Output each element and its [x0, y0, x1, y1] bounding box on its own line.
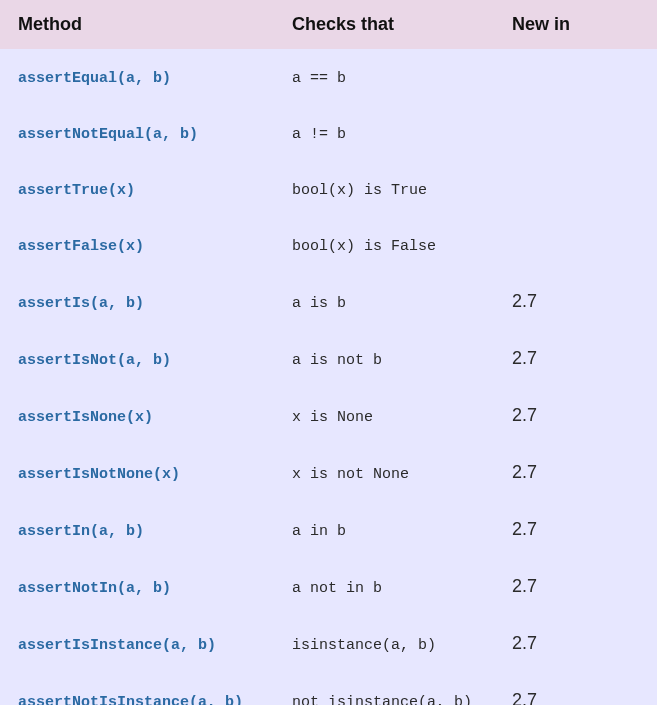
newin-text: 2.7	[512, 576, 537, 596]
method-link[interactable]: assertNotEqual(a, b)	[18, 126, 198, 143]
newin-text: 2.7	[512, 690, 537, 705]
checks-text: bool(x) is True	[292, 182, 427, 199]
table-row: assertIsNotNone(x)x is not None2.7	[0, 444, 657, 501]
checks-text: a != b	[292, 126, 346, 143]
newin-text: 2.7	[512, 348, 537, 368]
checks-text: a is b	[292, 295, 346, 312]
method-link[interactable]: assertTrue(x)	[18, 182, 135, 199]
table-row: assertIs(a, b)a is b2.7	[0, 273, 657, 330]
checks-text: x is not None	[292, 466, 409, 483]
newin-text: 2.7	[512, 633, 537, 653]
method-link[interactable]: assertIs(a, b)	[18, 295, 144, 312]
checks-text: a in b	[292, 523, 346, 540]
table-row: assertFalse(x)bool(x) is False	[0, 217, 657, 273]
checks-text: isinstance(a, b)	[292, 637, 436, 654]
newin-text: 2.7	[512, 519, 537, 539]
table-row: assertNotIsInstance(a, b)not isinstance(…	[0, 672, 657, 705]
method-link[interactable]: assertIn(a, b)	[18, 523, 144, 540]
method-link[interactable]: assertIsNotNone(x)	[18, 466, 180, 483]
table-row: assertNotIn(a, b)a not in b2.7	[0, 558, 657, 615]
table-row: assertEqual(a, b)a == b	[0, 49, 657, 105]
table-row: assertIsNone(x)x is None2.7	[0, 387, 657, 444]
method-link[interactable]: assertIsInstance(a, b)	[18, 637, 216, 654]
table-row: assertIsNot(a, b)a is not b2.7	[0, 330, 657, 387]
table-row: assertIsInstance(a, b)isinstance(a, b)2.…	[0, 615, 657, 672]
newin-text: 2.7	[512, 405, 537, 425]
checks-text: bool(x) is False	[292, 238, 436, 255]
header-checks: Checks that	[280, 0, 500, 49]
method-link[interactable]: assertNotIn(a, b)	[18, 580, 171, 597]
checks-text: a == b	[292, 70, 346, 87]
newin-text: 2.7	[512, 462, 537, 482]
newin-text: 2.7	[512, 291, 537, 311]
checks-text: x is None	[292, 409, 373, 426]
table-header-row: Method Checks that New in	[0, 0, 657, 49]
method-link[interactable]: assertIsNot(a, b)	[18, 352, 171, 369]
method-link[interactable]: assertFalse(x)	[18, 238, 144, 255]
method-link[interactable]: assertIsNone(x)	[18, 409, 153, 426]
table-row: assertTrue(x)bool(x) is True	[0, 161, 657, 217]
assert-methods-table: Method Checks that New in assertEqual(a,…	[0, 0, 657, 705]
method-link[interactable]: assertNotIsInstance(a, b)	[18, 694, 243, 706]
header-newin: New in	[500, 0, 657, 49]
table-row: assertIn(a, b)a in b2.7	[0, 501, 657, 558]
table-row: assertNotEqual(a, b)a != b	[0, 105, 657, 161]
method-link[interactable]: assertEqual(a, b)	[18, 70, 171, 87]
checks-text: not isinstance(a, b)	[292, 694, 472, 706]
header-method: Method	[0, 0, 280, 49]
checks-text: a not in b	[292, 580, 382, 597]
checks-text: a is not b	[292, 352, 382, 369]
